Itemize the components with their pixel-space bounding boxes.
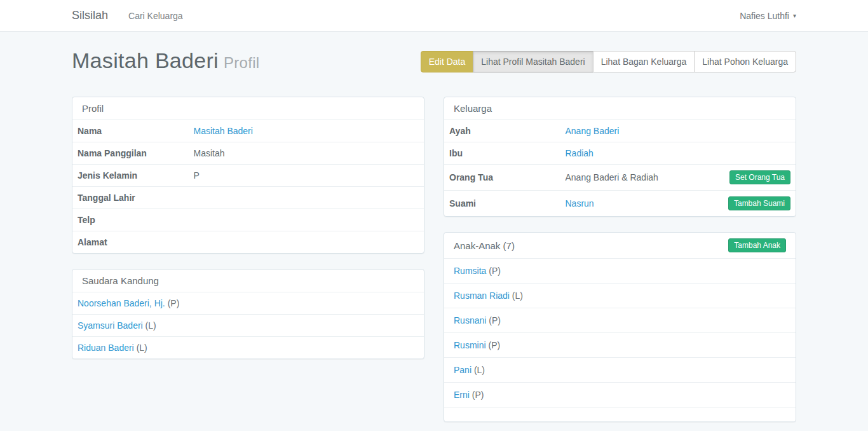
field-label: Orang Tua (444, 165, 560, 191)
gender-label: (L) (146, 320, 156, 331)
list-item: Rusmini (P) (444, 332, 796, 357)
field-label: Alamat (72, 231, 188, 254)
table-row: Telp (72, 209, 424, 231)
list-item: Noorsehan Baderi, Hj. (P) (72, 292, 424, 314)
keluarga-table: Ayah Anang Baderi Ibu Radiah Orang Tua A… (444, 120, 796, 216)
right-column: Keluarga Ayah Anang Baderi Ibu Radiah Or… (444, 97, 796, 431)
page-title: Masitah BaderiProfil (72, 48, 259, 75)
page-header: Masitah BaderiProfil Edit Data Lihat Pro… (72, 48, 796, 75)
view-family-chart-button[interactable]: Lihat Bagan Keluarga (593, 51, 695, 72)
profile-action-group: Edit Data Lihat Profil Masitah Baderi Li… (421, 51, 796, 72)
table-row: Orang Tua Anang Baderi & Radiah Set Oran… (444, 165, 796, 191)
set-orang-tua-button[interactable]: Set Orang Tua (729, 170, 790, 184)
field-label: Ibu (444, 142, 560, 165)
list-item: Riduan Baderi (L) (72, 336, 424, 359)
field-label: Tanggal Lahir (72, 187, 188, 209)
brand-link[interactable]: Silsilah (72, 9, 108, 22)
person-link[interactable]: Anang Baderi (565, 126, 619, 136)
person-link[interactable]: Riduan Baderi (78, 343, 134, 353)
gender-label: (L) (512, 291, 523, 301)
field-value: Masitah (188, 142, 424, 165)
table-row: Jenis Kelamin P (72, 165, 424, 187)
person-name: Masitah Baderi (72, 48, 219, 72)
tambah-anak-button[interactable]: Tambah Anak (728, 238, 786, 252)
field-value: P (188, 165, 424, 187)
navbar: Silsilah Cari Keluarga Nafies Luthfi ▾ (0, 0, 868, 32)
field-value (188, 209, 424, 231)
table-row: Ibu Radiah (444, 142, 796, 165)
anak-anak-panel: Anak-Anak (7) Tambah Anak Rumsita (P) Ru… (444, 232, 796, 422)
profil-panel: Profil Nama Masitah Baderi Nama Panggila… (72, 97, 424, 254)
gender-label: (L) (474, 365, 485, 375)
list-item: Pani (L) (444, 357, 796, 382)
field-label: Telp (72, 209, 188, 231)
gender-label: (P) (489, 315, 501, 325)
field-value (188, 187, 424, 209)
table-row: Tanggal Lahir (72, 187, 424, 209)
person-link[interactable]: Syamsuri Baderi (78, 320, 143, 331)
list-item: Rusman Riadi (L) (444, 283, 796, 308)
saudara-kandung-panel-title: Saudara Kandung (72, 270, 424, 292)
gender-label: (P) (488, 340, 500, 350)
field-label: Suami (444, 191, 560, 217)
field-value (188, 231, 424, 254)
list-item: Rusnani (P) (444, 308, 796, 332)
view-profile-button[interactable]: Lihat Profil Masitah Baderi (473, 51, 593, 72)
saudara-kandung-panel: Saudara Kandung Noorsehan Baderi, Hj. (P… (72, 269, 424, 359)
row-action-cell: Set Orang Tua (723, 165, 796, 191)
view-family-tree-button[interactable]: Lihat Pohon Keluarga (694, 51, 796, 72)
table-row: Nama Masitah Baderi (72, 120, 424, 142)
tambah-suami-button[interactable]: Tambah Suami (728, 196, 790, 210)
nav-item-cari-keluarga[interactable]: Cari Keluarga (128, 11, 183, 21)
row-action-cell (723, 120, 796, 142)
person-link[interactable]: Rusmini (454, 340, 486, 350)
left-column: Profil Nama Masitah Baderi Nama Panggila… (72, 97, 424, 431)
list-item: Erni (P) (444, 382, 796, 407)
person-link[interactable]: Rusman Riadi (454, 291, 510, 301)
anak-anak-panel-heading: Anak-Anak (7) Tambah Anak (444, 233, 796, 259)
person-link[interactable]: Noorsehan Baderi, Hj. (78, 298, 165, 308)
anak-anak-list: Rumsita (P) Rusman Riadi (L) Rusnani (P)… (444, 259, 796, 421)
keluarga-panel-title: Keluarga (444, 97, 796, 120)
person-link[interactable]: Rumsita (454, 266, 486, 276)
person-link[interactable]: Nasrun (565, 198, 593, 209)
table-row: Ayah Anang Baderi (444, 120, 796, 142)
table-row: Nama Panggilan Masitah (72, 142, 424, 165)
field-label: Jenis Kelamin (72, 165, 188, 187)
person-link[interactable]: Masitah Baderi (193, 126, 252, 136)
field-value: Anang Baderi & Radiah (560, 165, 722, 191)
person-link[interactable]: Erni (454, 390, 470, 400)
edit-data-button[interactable]: Edit Data (421, 51, 474, 72)
caret-down-icon: ▾ (793, 13, 796, 19)
person-link[interactable]: Rusnani (454, 315, 486, 325)
field-label: Ayah (444, 120, 560, 142)
list-item: Rumsita (P) (444, 259, 796, 283)
row-action-cell: Tambah Suami (723, 191, 796, 217)
profil-table: Nama Masitah Baderi Nama Panggilan Masit… (72, 120, 424, 253)
saudara-kandung-list: Noorsehan Baderi, Hj. (P) Syamsuri Bader… (72, 292, 424, 359)
page-subtitle: Profil (224, 54, 259, 71)
person-link[interactable]: Radiah (565, 148, 593, 158)
field-label: Nama (72, 120, 188, 142)
table-row: Alamat (72, 231, 424, 254)
gender-label: (P) (472, 390, 484, 400)
list-item-partial (444, 407, 796, 421)
profil-panel-title: Profil (72, 97, 424, 120)
row-action-cell (723, 142, 796, 165)
field-label: Nama Panggilan (72, 142, 188, 165)
gender-label: (L) (137, 343, 147, 353)
user-menu-label: Nafies Luthfi (740, 11, 789, 21)
keluarga-panel: Keluarga Ayah Anang Baderi Ibu Radiah Or… (444, 97, 796, 217)
user-menu[interactable]: Nafies Luthfi ▾ (740, 11, 796, 21)
gender-label: (P) (489, 266, 501, 276)
person-link[interactable]: Pani (454, 365, 471, 375)
gender-label: (P) (168, 298, 180, 308)
content: Profil Nama Masitah Baderi Nama Panggila… (72, 97, 796, 431)
anak-anak-panel-title: Anak-Anak (7) (454, 240, 515, 251)
list-item: Syamsuri Baderi (L) (72, 314, 424, 336)
table-row: Suami Nasrun Tambah Suami (444, 191, 796, 217)
